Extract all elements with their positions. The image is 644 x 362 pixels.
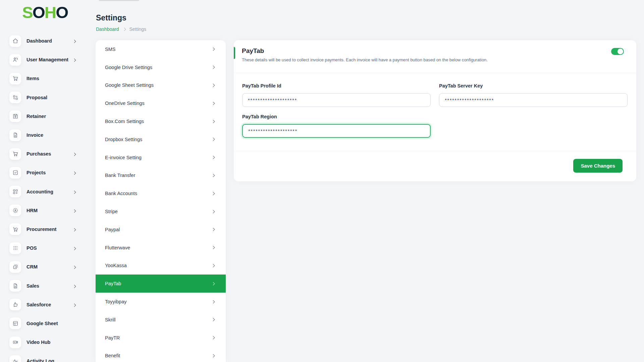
paytab-region-field: PayTab Region [242, 114, 431, 138]
paytab-enabled-toggle[interactable] [611, 48, 624, 55]
chevron-right-icon [212, 300, 215, 303]
file-icon [9, 129, 21, 141]
chevron-right-icon [73, 38, 75, 44]
sidebar-item-video-hub[interactable]: Video Hub [0, 333, 96, 352]
sidebar-item-items[interactable]: Items [0, 69, 96, 88]
page-header: Settings Dashboard Settings [96, 13, 146, 32]
sidebar-item-accounting[interactable]: Accounting [0, 182, 96, 201]
sidebar-item-purchases[interactable]: Purchases [0, 144, 96, 163]
chevron-right-icon [212, 66, 215, 69]
chevron-right-icon [73, 283, 75, 289]
settings-menu-item-stripe[interactable]: Stripe [96, 202, 226, 221]
sidebar-item-label: Activity Log [26, 358, 54, 362]
settings-menu-item-bank-accounts[interactable]: Bank Accounts [96, 184, 226, 202]
chevron-right-icon [212, 84, 215, 87]
soho-logo: SOHO [22, 3, 68, 22]
settings-item-label: Google Sheet Settings [105, 82, 154, 88]
settings-item-label: OneDrive Settings [105, 101, 145, 106]
paytab-profile-id-input[interactable] [242, 93, 431, 107]
check-square-icon [9, 167, 21, 179]
chevron-right-icon [73, 245, 75, 251]
paytab-card-description: These details will be used to collect in… [242, 57, 488, 62]
paytab-profile-id-field: PayTab Profile Id [242, 83, 431, 107]
thumbs-up-icon [9, 299, 21, 310]
chevron-right-icon [212, 228, 215, 231]
settings-item-label: Bank Transfer [105, 173, 135, 178]
sidebar-item-invoice[interactable]: Invoice [0, 126, 96, 144]
cart-icon [9, 148, 21, 160]
sidebar-item-label: Procurement [26, 227, 56, 232]
sidebar-item-retainer[interactable]: Retainer [0, 107, 96, 126]
dots-grid-icon [9, 242, 21, 254]
settings-item-label: Toyyibpay [105, 299, 126, 304]
sidebar-item-google-sheet[interactable]: Google Sheet [0, 314, 96, 333]
sidebar-item-label: Sales [26, 283, 39, 289]
chevron-right-icon [73, 151, 75, 157]
sidebar-item-proposal[interactable]: Proposal [0, 88, 96, 107]
settings-menu-item-skrill[interactable]: Skrill [96, 311, 226, 329]
sidebar-item-sales[interactable]: Sales [0, 276, 96, 295]
sidebar-item-dashboard[interactable]: Dashboard [0, 32, 96, 50]
grid-plus-icon [9, 186, 21, 197]
settings-menu-item-toyyibpay[interactable]: Toyyibpay [96, 293, 226, 311]
chevron-right-icon [73, 264, 75, 270]
sidebar-item-projects[interactable]: Projects [0, 163, 96, 182]
sidebar-item-hrm[interactable]: HRM [0, 201, 96, 220]
sidebar-item-label: Accounting [26, 189, 53, 194]
breadcrumb-dashboard-link[interactable]: Dashboard [96, 26, 119, 32]
settings-item-label: E-invoice Setting [105, 155, 142, 160]
settings-menu-item-yookassa[interactable]: YooKassa [96, 257, 226, 275]
settings-menu-item-paytab[interactable]: PayTab [96, 275, 226, 293]
paytab-server-key-field: PayTab Server Key [439, 83, 628, 107]
page-title: Settings [96, 13, 146, 22]
save-icon [9, 110, 21, 122]
sidebar-item-user-management[interactable]: User Management [0, 50, 96, 69]
sidebar-item-pos[interactable]: POS [0, 239, 96, 257]
sidebar-item-label: User Management [26, 57, 68, 62]
settings-menu-panel: SMS Google Drive Settings Google Sheet S… [96, 40, 226, 362]
settings-menu-item-google-sheet-settings[interactable]: Google Sheet Settings [96, 76, 226, 95]
sidebar-item-label: CRM [26, 264, 38, 269]
paytab-region-input[interactable] [242, 124, 431, 138]
card-footer-divider [234, 151, 636, 151]
sidebar-item-procurement[interactable]: Procurement [0, 220, 96, 239]
settings-menu-item-paytr[interactable]: PayTR [96, 329, 226, 347]
settings-menu-item-paypal[interactable]: Paypal [96, 221, 226, 239]
person-scan-icon [9, 204, 21, 216]
users-icon [9, 54, 21, 66]
sidebar-item-label: Purchases [26, 151, 51, 157]
settings-menu-item-benefit[interactable]: Benefit [96, 347, 226, 362]
chevron-right-icon [212, 264, 215, 267]
sidebar-item-activity-log[interactable]: Activity Log [0, 352, 96, 362]
settings-item-label: Flutterwave [105, 245, 130, 250]
settings-menu-item-e-invoice-setting[interactable]: E-invoice Setting [96, 148, 226, 167]
chevron-right-icon [73, 57, 75, 63]
home-icon [9, 35, 21, 47]
settings-menu-item-dropbox-settings[interactable]: Dropbox Settings [96, 130, 226, 148]
logo-letter: O [33, 3, 45, 21]
sidebar-item-crm[interactable]: CRM [0, 257, 96, 276]
chevron-right-icon [73, 189, 75, 195]
logo-letter: O [56, 3, 68, 21]
swap-boxes-icon [9, 92, 21, 103]
settings-menu-item-flutterwave[interactable]: Flutterwave [96, 239, 226, 257]
settings-item-label: Stripe [105, 209, 118, 214]
toggle-knob [618, 49, 623, 54]
settings-menu-item-box-com-settings[interactable]: Box.Com Settings [96, 112, 226, 130]
settings-menu-item-bank-transfer[interactable]: Bank Transfer [96, 167, 226, 185]
chevron-right-icon [73, 226, 75, 232]
paytab-server-key-input[interactable] [439, 93, 628, 107]
settings-menu-item-google-drive-settings[interactable]: Google Drive Settings [96, 58, 226, 76]
save-changes-button[interactable]: Save Changes [573, 159, 623, 173]
sidebar-item-label: POS [26, 245, 37, 251]
settings-item-label: Google Drive Settings [105, 65, 152, 70]
chevron-right-icon [73, 207, 75, 214]
table-icon [9, 317, 21, 329]
settings-item-label: Paypal [105, 227, 120, 232]
sidebar-item-salesforce[interactable]: Salesforce [0, 295, 96, 314]
sidebar-item-label: Retainer [26, 114, 46, 119]
settings-item-label: Skrill [105, 317, 115, 322]
settings-menu-item-onedrive-settings[interactable]: OneDrive Settings [96, 94, 226, 112]
chevron-right-icon [212, 174, 215, 177]
settings-menu-item-sms[interactable]: SMS [96, 40, 226, 58]
